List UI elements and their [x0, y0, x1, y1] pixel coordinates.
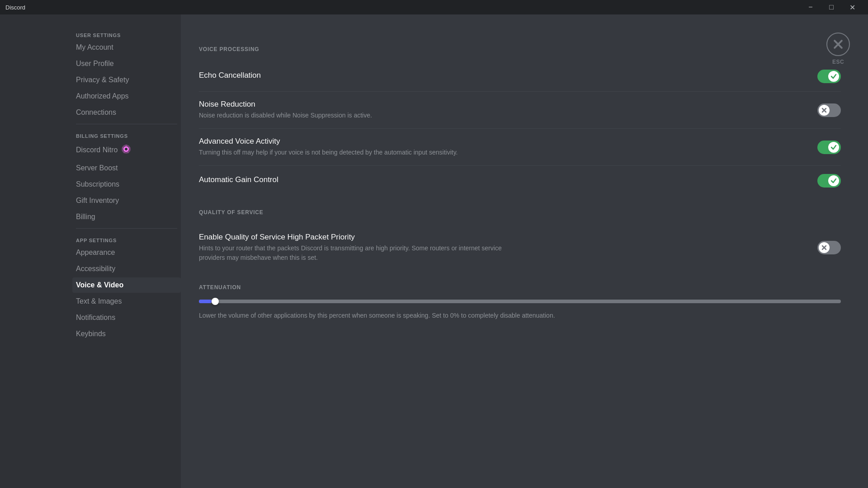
esc-button[interactable]: ESC [826, 33, 850, 65]
content-area: ESC VOICE PROCESSING Echo Cancellation [181, 14, 868, 488]
check-icon-2 [830, 144, 837, 150]
sidebar-label-user-profile: User Profile [76, 60, 114, 68]
x-icon-qos [821, 244, 827, 251]
titlebar: Discord − □ ✕ [0, 0, 868, 14]
sidebar-item-server-boost[interactable]: Server Boost [72, 160, 181, 176]
maximize-button[interactable]: □ [821, 0, 842, 14]
check-icon-3 [830, 178, 837, 184]
sidebar-label-keybinds: Keybinds [76, 330, 106, 338]
quality-of-service-section: QUALITY OF SERVICE Enable Quality of Ser… [199, 209, 841, 271]
close-button[interactable]: ✕ [842, 0, 863, 14]
quality-of-service-header: QUALITY OF SERVICE [199, 209, 841, 216]
advanced-voice-activity-title: Advanced Voice Activity [199, 137, 817, 146]
automatic-gain-control-title: Automatic Gain Control [199, 175, 817, 184]
echo-cancellation-knob [828, 71, 839, 82]
attenuation-slider-fill [199, 300, 212, 303]
sidebar-label-privacy-safety: Privacy & Safety [76, 76, 129, 84]
sidebar-label-appearance: Appearance [76, 249, 115, 257]
sidebar-item-accessibility[interactable]: Accessibility [72, 261, 181, 277]
advanced-voice-activity-row: Advanced Voice Activity Turning this off… [199, 129, 841, 166]
noise-reduction-description: Noise reduction is disabled while Noise … [199, 111, 515, 120]
check-icon [830, 73, 837, 80]
echo-cancellation-left: Echo Cancellation [199, 71, 817, 82]
advanced-voice-activity-knob [828, 142, 839, 153]
x-icon [833, 39, 843, 49]
high-packet-priority-toggle[interactable] [817, 241, 841, 254]
sidebar-label-subscriptions: Subscriptions [76, 180, 119, 188]
window-controls: − □ ✕ [800, 0, 863, 14]
sidebar-label-billing: Billing [76, 213, 95, 221]
echo-cancellation-title: Echo Cancellation [199, 71, 817, 80]
app-title: Discord [5, 4, 25, 11]
advanced-voice-activity-toggle[interactable] [817, 141, 841, 154]
noise-reduction-title: Noise Reduction [199, 100, 817, 109]
sidebar-item-connections[interactable]: Connections [72, 105, 181, 120]
main-content: USER SETTINGS My Account User Profile Pr… [0, 14, 868, 488]
sidebar-item-subscriptions[interactable]: Subscriptions [72, 177, 181, 192]
sidebar-item-keybinds[interactable]: Keybinds [72, 326, 181, 342]
high-packet-priority-row: Enable Quality of Service High Packet Pr… [199, 225, 841, 271]
sidebar-item-authorized-apps[interactable]: Authorized Apps [72, 89, 181, 104]
echo-cancellation-toggle[interactable] [817, 70, 841, 83]
noise-reduction-row: Noise Reduction Noise reduction is disab… [199, 92, 841, 129]
esc-label: ESC [832, 59, 844, 65]
billing-settings-header: BILLING SETTINGS [72, 133, 181, 139]
attenuation-slider-thumb[interactable] [212, 298, 219, 305]
attenuation-slider-track[interactable] [199, 300, 841, 303]
sidebar-item-my-account[interactable]: My Account [72, 40, 181, 55]
high-packet-priority-description: Hints to your router that the packets Di… [199, 244, 515, 263]
sidebar-label-my-account: My Account [76, 43, 113, 52]
noise-reduction-toggle[interactable] [817, 103, 841, 117]
sidebar-item-billing[interactable]: Billing [72, 209, 181, 225]
user-settings-header: USER SETTINGS [72, 33, 181, 38]
divider-1 [76, 124, 177, 124]
sidebar-label-voice-video: Voice & Video [76, 281, 123, 289]
sidebar-label-gift-inventory: Gift Inventory [76, 197, 119, 205]
advanced-voice-activity-left: Advanced Voice Activity Turning this off… [199, 137, 817, 157]
attenuation-slider-container [199, 300, 841, 303]
sidebar-label-notifications: Notifications [76, 314, 115, 322]
sidebar-item-notifications[interactable]: Notifications [72, 310, 181, 325]
high-packet-priority-knob [819, 242, 830, 253]
sidebar-item-user-profile[interactable]: User Profile [72, 56, 181, 71]
high-packet-priority-left: Enable Quality of Service High Packet Pr… [199, 233, 817, 263]
sidebar-item-appearance[interactable]: Appearance [72, 245, 181, 260]
sidebar-label-connections: Connections [76, 108, 116, 117]
sidebar-item-gift-inventory[interactable]: Gift Inventory [72, 193, 181, 208]
noise-reduction-left: Noise Reduction Noise reduction is disab… [199, 100, 817, 120]
x-icon-small [821, 107, 827, 113]
sidebar-label-accessibility: Accessibility [76, 265, 115, 273]
attenuation-header: ATTENUATION [199, 284, 841, 291]
attenuation-description: Lower the volume of other applications b… [199, 310, 841, 320]
minimize-button[interactable]: − [800, 0, 821, 14]
sidebar-item-discord-nitro[interactable]: Discord Nitro [72, 141, 181, 160]
app-settings-header: APP SETTINGS [72, 238, 181, 243]
voice-processing-header: VOICE PROCESSING [199, 46, 841, 52]
echo-cancellation-row: Echo Cancellation [199, 61, 841, 92]
divider-2 [76, 228, 177, 229]
voice-processing-section: VOICE PROCESSING Echo Cancellation [199, 46, 841, 196]
svg-point-2 [125, 148, 127, 150]
automatic-gain-control-toggle[interactable] [817, 174, 841, 188]
sidebar-label-discord-nitro: Discord Nitro [76, 146, 118, 154]
automatic-gain-control-left: Automatic Gain Control [199, 175, 817, 186]
attenuation-section: ATTENUATION Lower the volume of other ap… [199, 284, 841, 320]
nitro-icon [121, 144, 131, 156]
high-packet-priority-title: Enable Quality of Service High Packet Pr… [199, 233, 817, 242]
sidebar-label-text-images: Text & Images [76, 297, 122, 305]
sidebar-label-server-boost: Server Boost [76, 164, 118, 172]
esc-circle-icon [826, 33, 850, 56]
sidebar-item-voice-video[interactable]: Voice & Video [72, 277, 181, 293]
noise-reduction-knob [819, 105, 830, 116]
advanced-voice-activity-description: Turning this off may help if your voice … [199, 148, 515, 157]
sidebar-label-authorized-apps: Authorized Apps [76, 92, 129, 100]
automatic-gain-control-knob [828, 175, 839, 186]
sidebar-item-privacy-safety[interactable]: Privacy & Safety [72, 72, 181, 88]
sidebar: USER SETTINGS My Account User Profile Pr… [0, 14, 181, 488]
automatic-gain-control-row: Automatic Gain Control [199, 166, 841, 196]
sidebar-item-text-images[interactable]: Text & Images [72, 294, 181, 309]
